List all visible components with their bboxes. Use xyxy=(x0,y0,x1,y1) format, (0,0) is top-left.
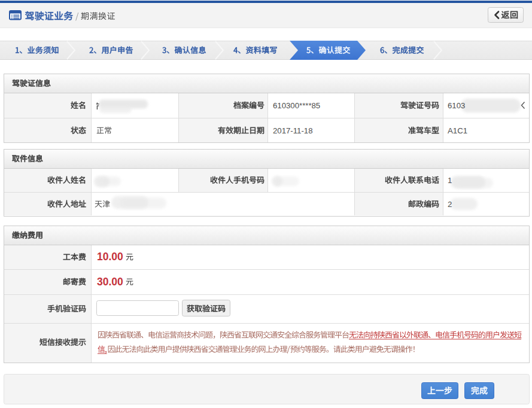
svg-text:30.00: 30.00 xyxy=(97,276,123,288)
svg-text:1: 1 xyxy=(448,176,452,185)
svg-text:A1C1: A1C1 xyxy=(448,126,467,135)
svg-text:2017-11-18: 2017-11-18 xyxy=(273,126,312,135)
svg-text:610300****85: 610300****85 xyxy=(273,101,320,110)
svg-text:10.00: 10.00 xyxy=(97,251,123,263)
svg-text:2: 2 xyxy=(448,200,452,209)
svg-text:6103: 6103 xyxy=(448,101,465,110)
